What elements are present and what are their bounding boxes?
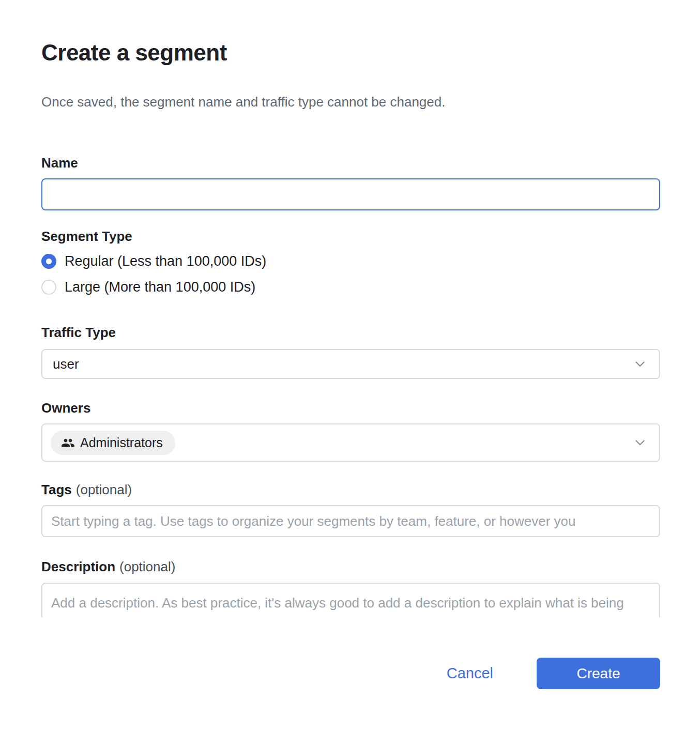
radio-unselected-icon[interactable] [41,280,56,295]
owner-pill-label: Administrators [80,435,163,450]
people-icon [61,436,75,450]
chevron-down-icon [632,435,648,450]
page-title: Create a segment [41,39,660,66]
radio-option-label: Large (More than 100,000 IDs) [65,279,255,295]
name-label: Name [41,155,660,171]
segment-type-option-regular[interactable]: Regular (Less than 100,000 IDs) [41,248,660,274]
description-textarea-clip [41,583,660,617]
traffic-type-value: user [53,356,79,372]
name-input[interactable] [41,178,660,210]
description-label: Description(optional) [41,559,660,574]
description-textarea[interactable] [41,583,660,617]
create-segment-dialog: Create a segment Once saved, the segment… [0,0,700,729]
create-button[interactable]: Create [537,658,660,689]
segment-type-option-large[interactable]: Large (More than 100,000 IDs) [41,274,660,300]
description-label-text: Description [41,559,115,574]
tags-label: Tags(optional) [41,482,660,497]
tags-input[interactable] [41,505,660,537]
tags-optional-text: (optional) [76,482,132,497]
segment-type-label: Segment Type [41,229,660,244]
tags-label-text: Tags [41,482,72,497]
dialog-subtitle: Once saved, the segment name and traffic… [41,93,660,111]
traffic-type-label: Traffic Type [41,325,660,340]
radio-option-label: Regular (Less than 100,000 IDs) [65,253,266,269]
description-optional-text: (optional) [119,559,175,574]
chevron-down-icon [632,356,648,372]
cancel-button[interactable]: Cancel [447,665,493,682]
owners-select[interactable]: Administrators [41,423,660,462]
traffic-type-select[interactable]: user [41,349,660,379]
dialog-footer: Cancel Create [41,658,660,689]
radio-selected-icon[interactable] [41,254,56,269]
owner-pill-administrators[interactable]: Administrators [51,431,175,455]
segment-type-radio-group: Regular (Less than 100,000 IDs) Large (M… [41,248,660,300]
owners-label: Owners [41,400,660,416]
